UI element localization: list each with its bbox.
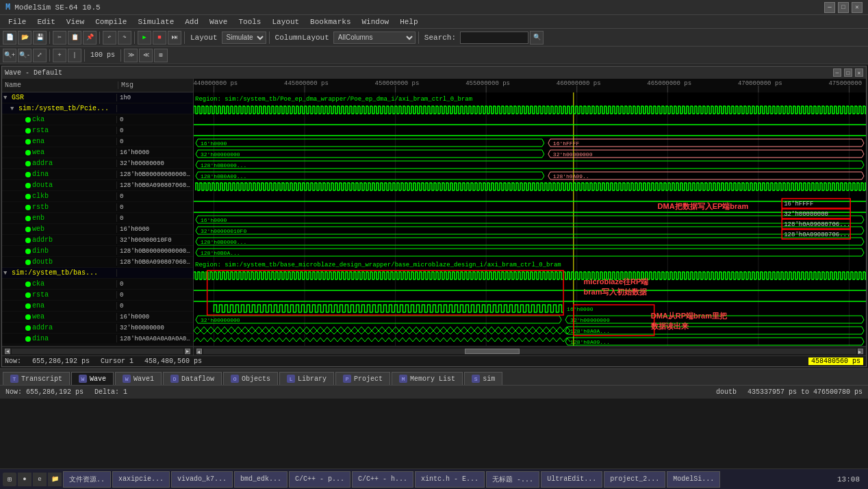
menu-item-layout[interactable]: Layout (266, 16, 305, 27)
tab-transcript[interactable]: TTranscript (3, 372, 70, 385)
taskbar-item[interactable]: 文件资源.. (63, 471, 111, 488)
signal-row[interactable]: cka0 (2, 114, 193, 125)
h-scrollbar[interactable] (12, 349, 183, 354)
menu-item-bookmarks[interactable]: Bookmarks (305, 16, 356, 27)
tab-library[interactable]: LLibrary (279, 372, 334, 385)
step-button[interactable]: ⏭ (168, 31, 181, 45)
menu-item-wave[interactable]: Wave (204, 16, 233, 27)
cut-button[interactable]: ✂ (53, 31, 66, 45)
open-button[interactable]: 📂 (18, 31, 31, 45)
signal-row[interactable]: dina128'h0B0000000000000000... (2, 169, 193, 180)
wave-maximize[interactable]: □ (844, 68, 852, 77)
redo-button[interactable]: ↷ (118, 31, 131, 45)
search-button[interactable]: 🔍 (530, 31, 544, 45)
start-icon[interactable]: ⊞ (3, 473, 16, 486)
scroll-right-btn[interactable]: ▶ (185, 349, 190, 354)
signal-row[interactable]: doutb128'h0B0A09080706050403... (2, 257, 193, 268)
tab-objects[interactable]: OObjects (223, 372, 278, 385)
signal-row[interactable]: ▼GSR1h0 (2, 92, 193, 103)
wave-minimize[interactable]: ─ (833, 68, 841, 77)
tab-memory list[interactable]: MMemory List (392, 372, 463, 385)
menu-item-edit[interactable]: Edit (31, 16, 60, 27)
signal-row[interactable]: addra32'h00000000 (2, 158, 193, 169)
minimize-button[interactable]: ─ (824, 2, 835, 13)
signal-row[interactable]: wea16'h0000 (2, 147, 193, 158)
menu-item-compile[interactable]: Compile (90, 16, 132, 27)
taskbar-icon-2[interactable]: e (33, 473, 47, 486)
titlebar-left: M ModelSim SE-64 10.5 (5, 3, 101, 12)
save-button[interactable]: 💾 (33, 31, 47, 45)
signal-row[interactable]: dina128'h0A0A0A0A0A0A0A0A0A... (2, 334, 193, 344)
taskbar-item[interactable]: 无标题 -... (486, 471, 539, 488)
signal-row[interactable]: ena0 (2, 136, 193, 147)
menu-item-simulate[interactable]: Simulate (132, 16, 179, 27)
search-input[interactable] (460, 32, 528, 44)
tab-bar: TTranscriptWWaveWWave1DDataflowOObjectsL… (0, 368, 868, 385)
taskbar-icon-1[interactable]: ● (18, 473, 31, 486)
close-button[interactable]: ✕ (852, 2, 863, 13)
wave-ctrl-2[interactable]: ≪ (139, 49, 153, 62)
layout-select[interactable]: Simulate (222, 32, 266, 44)
wave-close[interactable]: ✕ (855, 68, 863, 77)
taskbar-icon-3[interactable]: 📁 (48, 473, 62, 486)
layout-label: Layout (188, 34, 220, 42)
taskbar-item[interactable]: project_2... (604, 471, 665, 488)
tab-sim[interactable]: Ssim (464, 372, 502, 385)
cursor-button[interactable]: | (68, 49, 81, 62)
menu-item-view[interactable]: View (61, 16, 90, 27)
tab-project[interactable]: PProject (335, 372, 390, 385)
taskbar-item[interactable]: xaxipcie... (112, 471, 170, 488)
stop-button[interactable]: ■ (153, 31, 166, 45)
taskbar-item[interactable]: vivado_k7... (171, 471, 233, 488)
signal-row[interactable]: enb0 (2, 213, 193, 224)
taskbar-item[interactable]: bmd_edk... (234, 471, 288, 488)
signal-row[interactable]: rsta0 (2, 290, 193, 301)
menu-item-help[interactable]: Help (394, 16, 423, 27)
scroll-left-btn[interactable]: ◀ (5, 349, 10, 354)
undo-button[interactable]: ↶ (103, 31, 116, 45)
taskbar-item[interactable]: ModelSi... (667, 471, 720, 488)
zoom-in-button[interactable]: 🔍+ (3, 49, 16, 62)
run-button[interactable]: ▶ (138, 31, 151, 45)
wave-scroll-right[interactable]: ▶ (858, 349, 863, 354)
taskbar-item[interactable]: xintc.h - E... (415, 471, 485, 488)
tab-wave1[interactable]: WWave1 (115, 372, 162, 385)
taskbar-item[interactable]: C/C++ - p... (289, 471, 350, 488)
menu-item-tools[interactable]: Tools (233, 16, 266, 27)
signal-expand-icon: ▼ (10, 105, 18, 112)
signal-row[interactable]: addrb32'h00000010F0 (2, 235, 193, 246)
new-button[interactable]: 📄 (3, 31, 16, 45)
wave-hscroll[interactable] (203, 349, 856, 354)
signal-row[interactable]: ena0 (2, 301, 193, 312)
signal-row[interactable]: ▼sim:/system_tb/Pcie... (2, 103, 193, 114)
signal-row[interactable]: rstb0 (2, 202, 193, 213)
menu-item-file[interactable]: File (3, 16, 31, 27)
zoom-full-button[interactable]: ⤢ (33, 49, 47, 62)
wave-ctrl-3[interactable]: ⊞ (154, 49, 168, 62)
add-wave-button[interactable]: + (53, 49, 66, 62)
signal-row[interactable]: dinb128'h0B0000000000000000... (2, 246, 193, 257)
copy-button[interactable]: 📋 (68, 31, 81, 45)
zoom-out-button[interactable]: 🔍- (18, 49, 31, 62)
signal-name-cell: web (2, 225, 117, 233)
signal-row[interactable]: wea16'h0000 (2, 312, 193, 323)
scroll-thumb[interactable] (465, 349, 520, 354)
tab-dataflow[interactable]: DDataflow (163, 372, 222, 385)
signal-row[interactable]: clkb0 (2, 191, 193, 202)
signal-row[interactable]: ▼sim:/system_tb/bas... (2, 268, 193, 279)
signal-row[interactable]: cka0 (2, 279, 193, 290)
menu-item-window[interactable]: Window (357, 16, 395, 27)
tab-wave[interactable]: WWave (71, 372, 114, 385)
wave-scroll-left[interactable]: ◀ (196, 349, 202, 354)
column-layout-select[interactable]: AllColumns (333, 32, 416, 44)
signal-row[interactable]: web16'h0000 (2, 224, 193, 235)
signal-row[interactable]: rsta0 (2, 125, 193, 136)
signal-row[interactable]: douta128'h0B0A09080706050403... (2, 180, 193, 191)
wave-ctrl-1[interactable]: ≫ (124, 49, 138, 62)
menu-item-add[interactable]: Add (179, 16, 204, 27)
taskbar-item[interactable]: UltraEdit... (541, 471, 602, 488)
taskbar-item[interactable]: C/C++ - h... (352, 471, 413, 488)
signal-row[interactable]: addra32'h00000000 (2, 323, 193, 334)
paste-button[interactable]: 📌 (83, 31, 97, 45)
maximize-button[interactable]: □ (838, 2, 849, 13)
